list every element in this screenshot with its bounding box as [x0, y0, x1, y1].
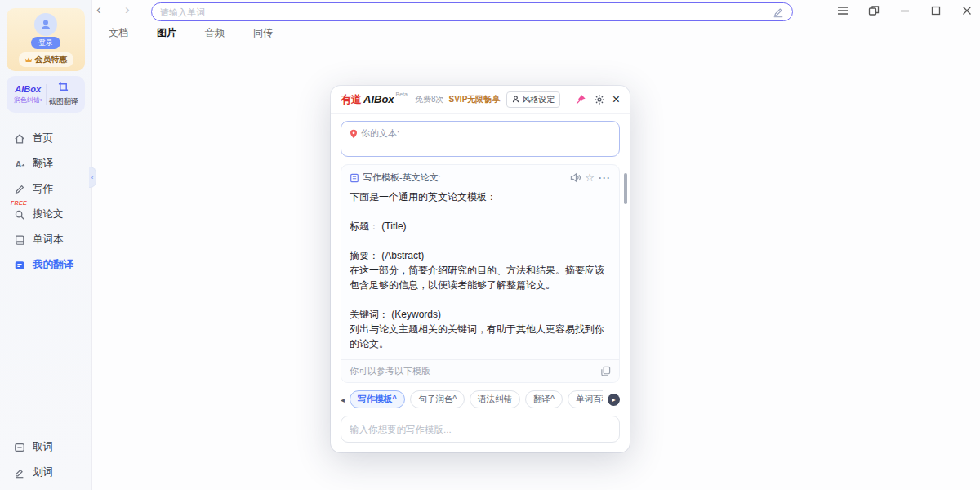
aibox-dialog: 有道 AIBox Beta 免费8次 SVIP无限畅享 风格设定 × 你的文本: [331, 86, 630, 452]
sidebar-item-label: 单词本 [33, 233, 64, 247]
screenshot-translate-label: 截图翻译 [47, 96, 82, 107]
sidebar-item-label: 我的翻译 [33, 258, 74, 272]
login-card[interactable]: 登录 会员特惠 [7, 8, 85, 71]
home-icon [14, 133, 25, 145]
sidebar-menu: 首页 A 翻译 写作 FREE 搜论文 单词本 [0, 126, 91, 278]
word-capture-toggle[interactable]: 取词 [0, 434, 91, 460]
search-paper-icon [14, 209, 25, 220]
sidebar-item-wordbook[interactable]: 单词本 [0, 227, 91, 252]
tag-grammar-check[interactable]: 语法纠错 [470, 390, 520, 408]
aibox-subtitle: 润色纠错› [11, 96, 46, 105]
word-select-toggle[interactable]: 划词 [0, 460, 91, 485]
tag-word-wiki[interactable]: 单词百科 [568, 390, 603, 408]
copy-icon[interactable] [600, 366, 611, 376]
translate-icon: A [14, 158, 25, 170]
forward-button[interactable]: › [125, 2, 130, 18]
sidebar-item-translate[interactable]: A 翻译 [0, 151, 91, 176]
pin-icon[interactable] [575, 94, 586, 105]
template-body-text: 下面是一个通用的英文论文模板： 标题： (Title) 摘要： (Abstrac… [341, 187, 619, 359]
tab-interpretation[interactable]: 同传 [252, 24, 274, 42]
your-text-label: 你的文本: [361, 127, 399, 140]
sidebar-item-label: 搜论文 [33, 207, 64, 221]
speaker-icon[interactable] [570, 172, 581, 183]
tab-images[interactable]: 图片 [155, 24, 178, 42]
location-pin-icon [350, 129, 358, 139]
sidebar-item-writing[interactable]: 写作 [0, 176, 91, 202]
sidebar: 登录 会员特惠 AIBox 润色纠错› 截图翻译 [0, 0, 92, 490]
handwriting-pencil-icon[interactable] [773, 7, 784, 18]
card-title-row: 写作模板-英文论文: ☆ ··· [341, 165, 619, 187]
content-tabs: 文档 图片 音频 同传 [107, 24, 274, 42]
screenshot-crop-icon [58, 82, 69, 92]
back-button[interactable]: ‹ [96, 2, 101, 18]
tab-audio[interactable]: 音频 [203, 24, 226, 42]
tag-translate[interactable]: 翻译^ [525, 390, 563, 408]
close-window-icon[interactable] [960, 4, 973, 17]
tab-documents[interactable]: 文档 [107, 24, 130, 42]
modal-scrollbar[interactable] [624, 173, 627, 204]
youdao-logo: 有道 [341, 92, 362, 107]
tag-writing-template[interactable]: 写作模板^ [350, 390, 405, 408]
template-hint-label: 你可以参考以下模版 [350, 365, 600, 377]
word-capture-label: 取词 [33, 440, 53, 454]
tags-row: ◂ 写作模板^ 句子润色^ 语法纠错 翻译^ 单词百科 论文大纲 ▸ [341, 390, 620, 408]
gear-icon[interactable] [594, 94, 605, 105]
card-footer: 你可以参考以下模版 [341, 359, 619, 382]
sidebar-item-label: 写作 [33, 182, 53, 196]
free-quota-label: 免费8次 [415, 94, 444, 105]
sidebar-item-label: 首页 [33, 131, 53, 145]
svip-upsell-link[interactable]: SVIP无限畅享 [449, 94, 501, 105]
word-select-label: 划词 [33, 466, 53, 479]
template-prompt-input[interactable] [350, 425, 611, 434]
aibox-title: AIBox [363, 93, 394, 105]
free-badge: FREE [11, 200, 27, 206]
style-setting-button[interactable]: 风格设定 [506, 91, 560, 108]
aibox-header: 有道 AIBox Beta 免费8次 SVIP无限畅享 风格设定 × [331, 86, 630, 114]
search-bar[interactable] [151, 2, 793, 21]
your-text-label-row: 你的文本: [350, 127, 611, 140]
maximize-icon[interactable] [929, 4, 942, 17]
sidebar-item-my-translations[interactable]: 我的翻译 [0, 252, 91, 278]
word-capture-icon [14, 442, 25, 453]
beta-badge: Beta [396, 91, 408, 97]
user-icon [39, 18, 52, 31]
tags-scroll-right-icon[interactable]: ▸ [608, 394, 620, 406]
login-button[interactable]: 登录 [31, 37, 60, 49]
mini-window-icon[interactable] [867, 4, 880, 17]
template-prompt-inputbox[interactable] [341, 416, 620, 443]
sidebar-collapse-handle[interactable]: ‹ [89, 167, 96, 188]
window-controls [836, 4, 973, 17]
svg-text:A: A [16, 158, 22, 168]
search-input[interactable] [160, 7, 773, 17]
favorite-star-icon[interactable]: ☆ [585, 172, 595, 183]
tag-sentence-polish[interactable]: 句子润色^ [410, 390, 465, 408]
avatar[interactable] [34, 13, 57, 36]
word-select-icon [14, 467, 25, 479]
screenshot-translate-entry[interactable]: 截图翻译 [47, 82, 82, 107]
my-translation-icon [14, 260, 25, 271]
member-offer-button[interactable]: 会员特惠 [19, 52, 74, 67]
aibox-card: AIBox 润色纠错› 截图翻译 [7, 76, 85, 113]
crown-icon [24, 56, 33, 64]
close-dialog-icon[interactable]: × [612, 93, 620, 106]
aibox-logo: AIBox [11, 84, 46, 94]
more-options-icon[interactable]: ··· [599, 173, 611, 183]
pen-icon [14, 184, 25, 195]
style-setting-label: 风格设定 [522, 94, 555, 105]
card-title: 写作模板-英文论文: [363, 172, 441, 184]
person-icon [512, 96, 519, 103]
sidebar-item-label: 翻译 [33, 157, 53, 171]
template-result-card: 写作模板-英文论文: ☆ ··· 下面是一个通用的英文论文模板： 标题： (Ti… [341, 164, 620, 383]
tags-scroll-left-icon[interactable]: ◂ [341, 395, 345, 404]
your-text-input-area[interactable]: 你的文本: [341, 121, 620, 157]
sidebar-item-search-papers[interactable]: FREE 搜论文 [0, 202, 91, 227]
app-menu-icon[interactable] [836, 4, 849, 17]
aibox-entry[interactable]: AIBox 润色纠错› [11, 84, 47, 105]
tags-strip: 写作模板^ 句子润色^ 语法纠错 翻译^ 单词百科 论文大纲 [350, 390, 603, 408]
member-offer-label: 会员特惠 [35, 54, 68, 65]
document-icon [350, 173, 359, 183]
sidebar-item-home[interactable]: 首页 [0, 126, 91, 151]
sidebar-bottom: 取词 划词 [0, 434, 91, 485]
book-icon [14, 234, 25, 246]
minimize-icon[interactable] [898, 4, 911, 17]
